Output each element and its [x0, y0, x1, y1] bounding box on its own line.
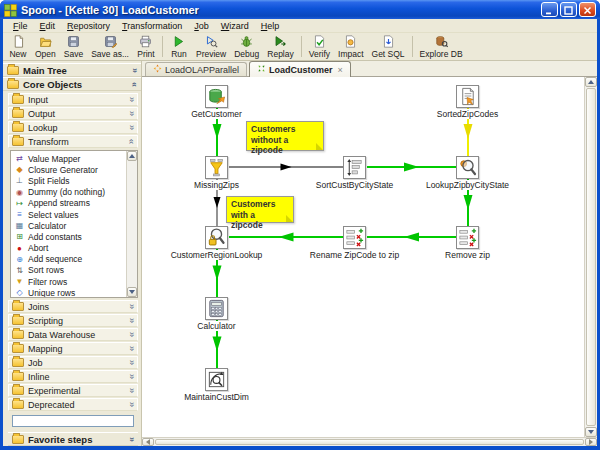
sidebar-folder-deprecated[interactable]: Deprecated» [8, 398, 138, 411]
canvas-step-getcustomer[interactable]: GetCustomer [205, 85, 228, 108]
folder-label: Deprecated [28, 400, 75, 410]
sidebar-folder-input[interactable]: Input» [8, 93, 138, 106]
new-button[interactable]: New [5, 34, 31, 59]
toolbar-separator [412, 36, 413, 57]
text-file-input-icon [456, 85, 479, 108]
scrollbar-thumb[interactable] [586, 88, 596, 426]
canvas-step-customerregionlookup[interactable]: CustomerRegionLookup [205, 226, 228, 249]
step-list-item-dummy-do-nothing[interactable]: ◉Dummy (do nothing) [14, 187, 125, 198]
sidebar-header-main-tree[interactable]: Main Tree » [3, 63, 141, 77]
list-scrollbar[interactable] [126, 151, 137, 297]
folder-label: Transform [28, 137, 69, 147]
explore-db-button[interactable]: Explore DB [416, 34, 467, 59]
step-list-item-label: Add constants [28, 232, 82, 242]
folder-label: Lookup [28, 123, 58, 133]
append-streams-icon: ↦ [14, 199, 25, 208]
horizontal-scrollbar[interactable] [142, 437, 597, 446]
step-list-item-select-values[interactable]: ≡Select values [14, 209, 125, 220]
abort-icon: ● [14, 244, 25, 253]
step-list-item-closure-generator[interactable]: ◆Closure Generator [14, 164, 125, 175]
step-list-item-filter-rows[interactable]: ▼Filter rows [14, 276, 125, 287]
preview-button[interactable]: Preview [192, 34, 230, 59]
scroll-up-button[interactable] [585, 77, 597, 87]
split-fields-icon: ⊥ [14, 176, 25, 185]
sidebar-filter-box[interactable] [12, 415, 134, 427]
tab-close-icon[interactable]: × [338, 65, 343, 75]
chevron-down-icon: » [127, 388, 136, 393]
replay-button[interactable]: Replay [263, 34, 297, 59]
save-button[interactable]: Save [60, 34, 87, 59]
canvas-step-sortcustbycitystate[interactable]: SortCustByCityState [343, 156, 366, 179]
scroll-right-button[interactable] [585, 438, 597, 446]
close-button[interactable] [579, 2, 596, 17]
save-as-icon [104, 34, 117, 48]
canvas-step-lookupzipbycitystate[interactable]: LookupZipbyCityState [456, 156, 479, 179]
transformation-canvas[interactable]: Customers without a zipcodeCustomers wit… [142, 77, 584, 437]
step-list-item-sort-rows[interactable]: ⇅Sort rows [14, 265, 125, 276]
minimize-button[interactable] [541, 2, 558, 17]
menu-wizard[interactable]: Wizard [215, 21, 255, 31]
sidebar-folder-output[interactable]: Output» [8, 107, 138, 120]
sidebar-header-favorite-steps[interactable]: Favorite steps » [8, 432, 138, 446]
verify-button[interactable]: Verify [305, 34, 334, 59]
menu-edit[interactable]: Edit [34, 21, 62, 31]
step-list-item-calculator[interactable]: ▦Calculator [14, 220, 125, 231]
print-button[interactable]: Print [133, 34, 159, 59]
step-list-item-append-streams[interactable]: ↦Append streams [14, 198, 125, 209]
sidebar-folder-joins[interactable]: Joins» [8, 300, 138, 313]
sidebar-folder-job[interactable]: Job» [8, 356, 138, 369]
scroll-down-button[interactable] [127, 287, 137, 297]
favorite-steps-label: Favorite steps [28, 434, 92, 445]
step-list-item-label: Unique rows [28, 288, 75, 298]
maximize-button[interactable] [560, 2, 577, 17]
chevron-down-icon: » [127, 318, 136, 323]
add-constants-icon: ⊞ [14, 232, 25, 241]
debug-button[interactable]: Debug [230, 34, 263, 59]
sidebar-folder-data-warehouse[interactable]: Data Warehouse» [8, 328, 138, 341]
canvas-step-sortedzipcodes[interactable]: SortedZipCodes [456, 85, 479, 108]
step-list-item-add-constants[interactable]: ⊞Add constants [14, 231, 125, 242]
sidebar-folder-transform[interactable]: Transform» [8, 135, 138, 148]
canvas-step-maintaincustdim[interactable]: MaintainCustDim [205, 368, 228, 391]
step-list-item-label: Calculator [28, 221, 66, 231]
sidebar-folder-inline[interactable]: Inline» [8, 370, 138, 383]
step-list-item-abort[interactable]: ●Abort [14, 243, 125, 254]
menu-transformation[interactable]: Transformation [116, 21, 188, 31]
canvas-step-remove-zip[interactable]: Remove zip [456, 226, 479, 249]
step-list-item-value-mapper[interactable]: ⇄Value Mapper [14, 153, 125, 164]
menu-repository[interactable]: Repository [61, 21, 116, 31]
sidebar-folder-lookup[interactable]: Lookup» [8, 121, 138, 134]
menu-file[interactable]: File [7, 21, 34, 31]
tab-loadcustomer[interactable]: LoadCustomer× [249, 61, 351, 77]
scrollbar-thumb[interactable] [155, 439, 584, 445]
step-list-item-split-fields[interactable]: ⊥Split Fields [14, 175, 125, 186]
chevron-down-icon: » [127, 374, 136, 379]
scroll-left-button[interactable] [142, 438, 154, 446]
vertical-scrollbar[interactable] [584, 77, 597, 437]
run-button[interactable]: Run [166, 34, 192, 59]
tab-loadolapparallel[interactable]: LoadOLAPParallel [145, 62, 247, 76]
canvas-step-missingzips[interactable]: MissingZips [205, 156, 228, 179]
canvas-step-calculator[interactable]: Calculator [205, 297, 228, 320]
sidebar-folder-mapping[interactable]: Mapping» [8, 342, 138, 355]
add-sequence-icon: ⊕ [14, 255, 25, 264]
menu-job[interactable]: Job [188, 21, 215, 31]
step-list-item-unique-rows[interactable]: ◇Unique rows [14, 287, 125, 298]
open-button[interactable]: Open [31, 34, 60, 59]
canvas-note[interactable]: Customers without a zipcode [246, 121, 324, 151]
scroll-up-button[interactable] [127, 151, 137, 161]
step-list-item-add-sequence[interactable]: ⊕Add sequence [14, 254, 125, 265]
scroll-down-button[interactable] [585, 427, 597, 437]
sidebar-folder-scripting[interactable]: Scripting» [8, 314, 138, 327]
save-as-button[interactable]: Save as... [87, 34, 133, 59]
sidebar-folder-experimental[interactable]: Experimental» [8, 384, 138, 397]
menu-help[interactable]: Help [255, 21, 286, 31]
get-sql-button[interactable]: Get SQL [368, 34, 409, 59]
toolbar-button-label: Replay [267, 49, 293, 59]
canvas-step-rename-zipcode-to-zip[interactable]: Rename ZipCode to zip [343, 226, 366, 249]
impact-button[interactable]: Impact [334, 34, 368, 59]
titlebar[interactable]: Spoon - [Kettle 30] LoadCustomer [0, 0, 600, 19]
sidebar-header-core-objects[interactable]: Core Objects » [3, 77, 141, 91]
canvas-note[interactable]: Customers with a zipcode [226, 196, 294, 223]
folder-icon [7, 80, 19, 89]
